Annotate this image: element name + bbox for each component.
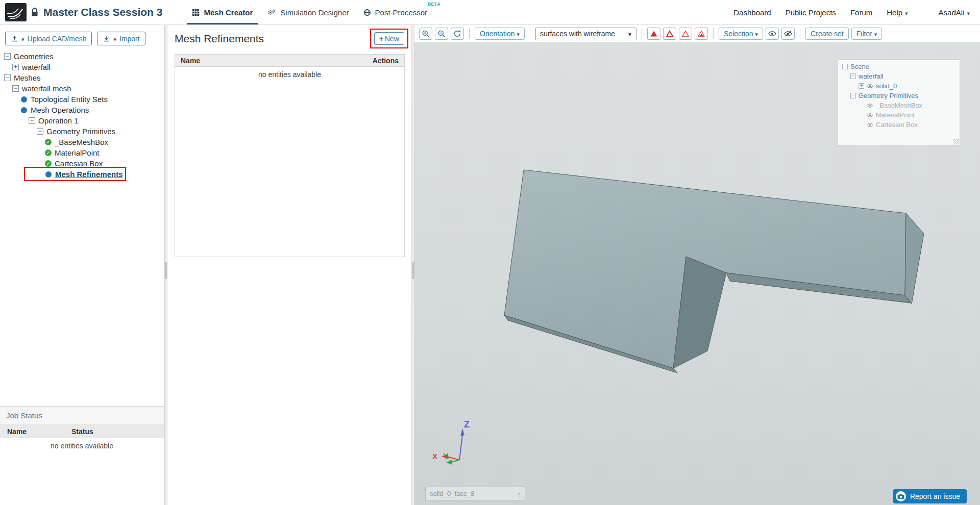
tab-post-processor[interactable]: Post-Processor BETA xyxy=(356,0,443,24)
tree-item-operation-1[interactable]: Operation 1 xyxy=(0,115,164,126)
mesh-refinements-panel: Mesh Refinements New Name Actions no ent… xyxy=(167,25,411,505)
chevron-down-icon xyxy=(967,8,970,17)
mesh-quality-surface-button[interactable] xyxy=(663,28,676,40)
column-actions: Actions xyxy=(373,57,399,65)
eye-icon[interactable] xyxy=(867,113,873,118)
import-button[interactable]: Import xyxy=(97,32,145,45)
project-tree: Geometries waterfall Meshes waterfall me… xyxy=(0,50,164,180)
project-title: Master Class Session 3 xyxy=(43,6,162,18)
create-set-button[interactable]: Create set xyxy=(805,28,849,40)
scene-node-solid-0[interactable]: solid_0 xyxy=(842,81,955,91)
mesh-quality-wire-button[interactable] xyxy=(679,28,692,40)
eye-icon[interactable] xyxy=(867,122,873,128)
check-icon xyxy=(45,160,52,167)
tree-item-waterfall[interactable]: waterfall xyxy=(0,62,164,72)
toolbar-separator xyxy=(642,28,642,39)
refinements-table: Name Actions no entities available xyxy=(175,54,405,257)
tree-item-mesh-refinements[interactable]: Mesh Refinements xyxy=(0,169,164,180)
mesh-quality-partial-button[interactable] xyxy=(695,28,708,40)
scene-node-materialpoint[interactable]: MaterialPoint xyxy=(842,110,955,120)
tree-item-waterfall-mesh[interactable]: waterfall mesh xyxy=(0,83,164,94)
eye-icon[interactable] xyxy=(867,103,873,108)
scene-node-geometry-primitives[interactable]: Geometry Primitives xyxy=(842,91,955,100)
collapse-icon[interactable] xyxy=(842,64,848,69)
tab-label: Simulation Designer xyxy=(280,8,349,17)
show-button[interactable] xyxy=(766,28,779,40)
toolbar-separator xyxy=(800,28,800,39)
mesh-quality-all-button[interactable] xyxy=(647,28,660,40)
viewport-canvas[interactable]: Scene waterfall solid_0 Geometry Primiti… xyxy=(414,42,980,505)
collapse-icon[interactable] xyxy=(850,93,856,98)
app-logo[interactable] xyxy=(5,3,27,21)
left-sidebar: Upload CAD/mesh Import Geometries waterf… xyxy=(0,25,164,505)
nav-forum[interactable]: Forum xyxy=(850,8,872,17)
tree-item-mesh-operations[interactable]: Mesh Operations xyxy=(0,105,164,115)
reset-view-button[interactable] xyxy=(451,28,464,40)
triangle-partial-icon xyxy=(697,30,705,38)
upload-icon xyxy=(11,35,18,42)
render-mode-select[interactable]: surfaces with wireframe xyxy=(535,28,636,40)
import-icon xyxy=(103,35,110,42)
nav-dashboard[interactable]: Dashboard xyxy=(733,8,771,17)
chevron-down-icon xyxy=(905,8,908,17)
chevron-down-icon xyxy=(755,30,758,38)
resize-grip[interactable] xyxy=(518,493,524,499)
scene-tree-overlay: Scene waterfall solid_0 Geometry Primiti… xyxy=(838,59,960,146)
collapse-icon[interactable] xyxy=(4,53,11,60)
collapse-icon[interactable] xyxy=(4,74,11,81)
tab-label: Mesh Creator xyxy=(204,8,253,17)
selection-button[interactable]: Selection xyxy=(719,28,763,40)
panel-header: Mesh Refinements New xyxy=(167,25,411,45)
node-dot-icon xyxy=(21,96,27,103)
viewer-toolbar: Orientation surfaces with wireframe Sele… xyxy=(414,25,980,42)
eye-icon xyxy=(768,31,776,37)
table-body: no entities available xyxy=(175,67,405,257)
tree-item-geometries[interactable]: Geometries xyxy=(0,51,164,62)
collapse-icon[interactable] xyxy=(29,117,35,124)
tree-item-meshes[interactable]: Meshes xyxy=(0,72,164,83)
collapse-icon[interactable] xyxy=(37,128,43,135)
resize-grip[interactable] xyxy=(953,139,959,144)
tree-item-cartesian-box[interactable]: Cartesian Box xyxy=(0,158,164,169)
select-caret-icon xyxy=(627,30,632,38)
collapse-icon[interactable] xyxy=(12,85,19,92)
tab-simulation-designer[interactable]: Simulation Designer xyxy=(260,0,356,24)
axis-y-label: Y xyxy=(443,451,448,460)
tree-item-basemeshbox[interactable]: _BaseMeshBox xyxy=(0,137,164,147)
scene-node-scene[interactable]: Scene xyxy=(842,62,955,71)
zoom-in-button[interactable] xyxy=(419,28,432,40)
tree-item-topological-entity-sets[interactable]: Topological Entity Sets xyxy=(0,94,164,105)
expand-icon[interactable] xyxy=(12,64,19,70)
report-issue-button[interactable]: Report an issue xyxy=(893,489,967,503)
new-refinement-button[interactable]: New xyxy=(374,32,404,45)
node-dot-icon xyxy=(21,107,27,113)
eye-icon[interactable] xyxy=(867,84,873,89)
hide-button[interactable] xyxy=(781,28,795,40)
nav-help[interactable]: Help xyxy=(887,8,908,17)
zoom-out-button[interactable] xyxy=(435,28,448,40)
tree-item-materialpoint[interactable]: MaterialPoint xyxy=(0,147,164,158)
toolbar-separator xyxy=(713,28,714,39)
nav-user-menu[interactable]: AsadAli xyxy=(939,8,970,17)
collapse-icon[interactable] xyxy=(850,73,856,79)
orientation-button[interactable]: Orientation xyxy=(475,28,525,40)
sidebar-buttons: Upload CAD/mesh Import xyxy=(0,25,164,50)
scene-node-basemeshbox[interactable]: _BaseMeshBox xyxy=(842,100,955,110)
node-dot-icon xyxy=(45,171,52,178)
check-icon xyxy=(45,149,52,156)
chevron-down-icon xyxy=(874,30,877,38)
expand-icon[interactable] xyxy=(859,83,864,89)
globe-icon xyxy=(363,9,371,16)
tree-item-geometry-primitives[interactable]: Geometry Primitives xyxy=(0,126,164,137)
nav-public-projects[interactable]: Public Projects xyxy=(786,8,836,17)
app-root: Master Class Session 3 Mesh Creator Simu… xyxy=(0,0,980,505)
tab-mesh-creator[interactable]: Mesh Creator xyxy=(185,0,260,24)
tab-label: Post-Processor xyxy=(375,8,428,17)
scene-node-waterfall[interactable]: waterfall xyxy=(842,71,955,81)
column-name: Name xyxy=(181,57,200,65)
top-bar: Master Class Session 3 Mesh Creator Simu… xyxy=(0,0,980,25)
scene-node-cartesian-box[interactable]: Cartesian Box xyxy=(842,120,955,130)
axis-x-label: X xyxy=(432,452,437,461)
upload-cad-button[interactable]: Upload CAD/mesh xyxy=(5,32,92,45)
filter-button[interactable]: Filter xyxy=(851,28,883,40)
